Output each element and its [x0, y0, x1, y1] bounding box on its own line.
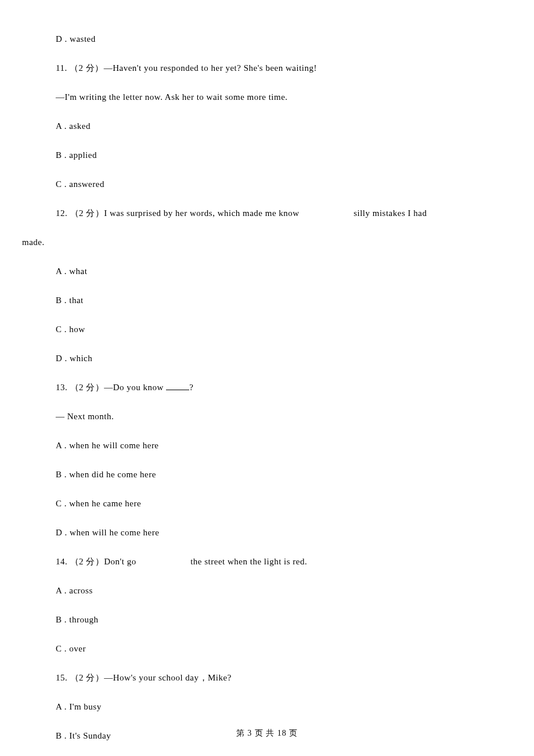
q13-option-a: A . when he will come here	[22, 438, 512, 452]
q12-cont: made.	[22, 235, 512, 249]
q10-option-d: D . wasted	[22, 32, 512, 46]
q11-option-c: C . answered	[22, 177, 512, 191]
q11-option-b: B . applied	[22, 148, 512, 162]
q14-stem-pre: 14. （2 分）Don't go	[56, 557, 139, 566]
q12-option-b: B . that	[22, 293, 512, 307]
q13-stem: 13. （2 分）—Do you know ?	[22, 380, 512, 394]
q13-option-c: C . when he came here	[22, 496, 512, 510]
q13-stem-pre: 13. （2 分）—Do you know	[56, 383, 166, 392]
q15-option-a: A . I'm busy	[22, 700, 512, 714]
q14-stem-post: the street when the light is red.	[188, 557, 307, 566]
q11-line2: —I'm writing the letter now. Ask her to …	[22, 90, 512, 104]
q15-stem: 15. （2 分）—How's your school day，Mike?	[22, 671, 512, 685]
q14-option-b: B . through	[22, 613, 512, 627]
q12-option-a: A . what	[22, 264, 512, 278]
q11-option-a: A . asked	[22, 119, 512, 133]
q13-line2: — Next month.	[22, 409, 512, 423]
q14-option-c: C . over	[22, 642, 512, 656]
q12-stem: 12. （2 分）I was surprised by her words, w…	[22, 206, 512, 220]
q13-blank	[166, 381, 189, 390]
q12-option-c: C . how	[22, 322, 512, 336]
q14-stem: 14. （2 分）Don't go the street when the li…	[22, 555, 512, 568]
q13-option-d: D . when will he come here	[22, 525, 512, 539]
q14-option-a: A . across	[22, 584, 512, 597]
q12-option-d: D . which	[22, 351, 512, 365]
q13-option-b: B . when did he come here	[22, 467, 512, 481]
q11-stem: 11. （2 分）—Haven't you responded to her y…	[22, 61, 512, 75]
page-footer: 第 3 页 共 18 页	[0, 727, 534, 740]
q13-stem-post: ?	[189, 383, 193, 392]
q12-stem-pre: 12. （2 分）I was surprised by her words, w…	[56, 208, 302, 218]
q12-stem-post: silly mistakes I had	[351, 208, 427, 218]
